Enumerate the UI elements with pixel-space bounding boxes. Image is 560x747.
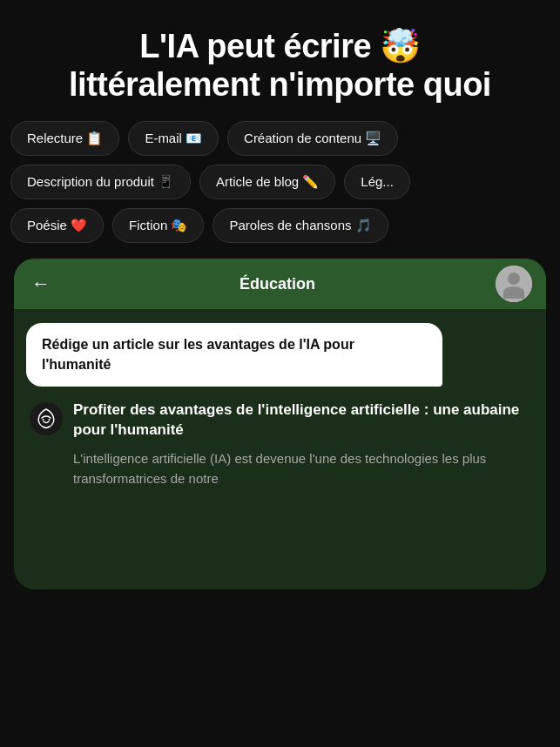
- tag-description-produit[interactable]: Description du produit 📱: [10, 165, 191, 199]
- ai-response: Profiter des avantages de l'intelligence…: [26, 400, 534, 488]
- user-message-text: Rédige un article sur les avantages de l…: [42, 337, 354, 371]
- svg-point-1: [43, 419, 44, 421]
- tag-paroles-chansons[interactable]: Paroles de chansons 🎵: [213, 208, 388, 243]
- chat-body: Rédige un article sur les avantages de l…: [14, 309, 546, 502]
- avatar-image: [496, 266, 532, 302]
- page-title: L'IA peut écrire 🤯 littéralement n'impor…: [21, 28, 539, 104]
- ai-logo-icon: [30, 402, 63, 435]
- tag-leg[interactable]: Lég...: [344, 165, 410, 199]
- chat-fade: [14, 495, 546, 530]
- tags-row-3: Poésie ❤️ Fiction 🎭 Paroles de chansons …: [10, 208, 550, 243]
- ai-message-content: Profiter des avantages de l'intelligence…: [73, 400, 530, 488]
- tag-creation-contenu[interactable]: Création de contenu 🖥️: [227, 121, 398, 156]
- avatar: [496, 266, 532, 302]
- chat-header: ← Éducation: [14, 259, 546, 309]
- user-message-bubble: Rédige un article sur les avantages de l…: [26, 323, 442, 387]
- header-section: L'IA peut écrire 🤯 littéralement n'impor…: [0, 0, 560, 121]
- back-button[interactable]: ←: [31, 273, 51, 295]
- svg-point-2: [49, 419, 51, 421]
- ai-response-text: L'intelligence artificielle (IA) est dev…: [73, 449, 530, 488]
- svg-point-0: [30, 402, 63, 435]
- tag-poesie[interactable]: Poésie ❤️: [10, 208, 104, 243]
- tags-row-2: Description du produit 📱 Article de blog…: [10, 165, 550, 199]
- tags-section: Relecture 📋 E-mail 📧 Création de contenu…: [0, 121, 560, 243]
- tag-fiction[interactable]: Fiction 🎭: [112, 208, 204, 243]
- chat-title: Éducation: [61, 275, 494, 293]
- tag-relecture[interactable]: Relecture 📋: [10, 121, 119, 156]
- chat-card: ← Éducation Rédige un article sur les av…: [14, 259, 546, 589]
- tag-email[interactable]: E-mail 📧: [128, 121, 219, 156]
- ai-response-title: Profiter des avantages de l'intelligence…: [73, 400, 530, 441]
- tags-row-1: Relecture 📋 E-mail 📧 Création de contenu…: [10, 121, 550, 156]
- tag-article-blog[interactable]: Article de blog ✏️: [199, 165, 335, 199]
